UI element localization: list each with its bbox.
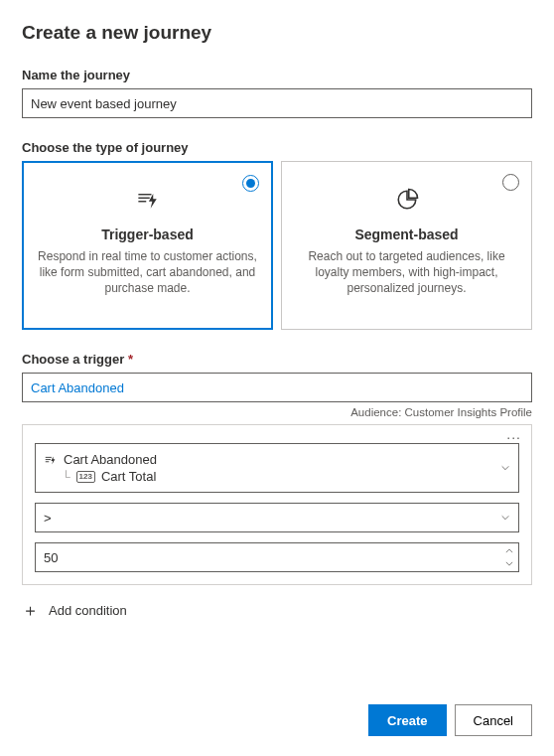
number-spinner: [501, 544, 517, 570]
value-input[interactable]: 50: [35, 542, 519, 572]
operator-value: >: [44, 511, 52, 526]
footer: Create Cancel: [368, 704, 532, 736]
operator-select[interactable]: >: [35, 503, 519, 532]
add-condition-label: Add condition: [49, 603, 127, 618]
type-card-trigger[interactable]: Trigger-based Respond in real time to cu…: [22, 161, 273, 330]
number-type-icon: 123: [76, 471, 95, 483]
radio-segment[interactable]: [502, 174, 519, 191]
required-mark: *: [128, 352, 133, 367]
spinner-up-icon[interactable]: [501, 544, 517, 557]
type-section: Choose the type of journey Trigger-based…: [22, 140, 532, 330]
page-title: Create a new journey: [22, 22, 532, 44]
name-label: Name the journey: [22, 68, 532, 82]
attribute-select[interactable]: Cart Abandoned └ 123 Cart Total: [35, 443, 519, 493]
segment-icon: [393, 186, 421, 214]
name-section: Name the journey: [22, 68, 532, 118]
spinner-down-icon[interactable]: [501, 557, 517, 570]
card-title-trigger: Trigger-based: [37, 227, 258, 242]
elbow-icon: └: [62, 470, 70, 484]
chevron-down-icon: [500, 463, 510, 473]
attribute-root: Cart Abandoned: [64, 452, 157, 467]
chevron-down-icon: [500, 513, 510, 523]
journey-name-input[interactable]: [22, 88, 532, 118]
trigger-icon: [134, 186, 162, 214]
add-condition-button[interactable]: ＋ Add condition: [22, 599, 532, 622]
card-desc-segment: Reach out to targeted audiences, like lo…: [296, 248, 517, 297]
plus-icon: ＋: [22, 599, 39, 622]
type-label: Choose the type of journey: [22, 140, 532, 155]
attribute-child: Cart Total: [101, 469, 156, 484]
trigger-mini-icon: [44, 453, 58, 467]
trigger-section: Choose a trigger * Audience: Customer In…: [22, 352, 532, 418]
value-text: 50: [44, 550, 58, 565]
card-desc-trigger: Respond in real time to customer actions…: [37, 248, 258, 297]
cancel-button[interactable]: Cancel: [455, 704, 532, 736]
radio-trigger[interactable]: [242, 175, 259, 192]
trigger-input[interactable]: [22, 373, 532, 402]
create-button[interactable]: Create: [368, 704, 446, 736]
condition-panel: ··· Cart Abandoned └ 123 Cart Total > 50: [22, 424, 532, 585]
card-title-segment: Segment-based: [296, 227, 517, 242]
trigger-label: Choose a trigger *: [22, 352, 532, 367]
type-card-segment[interactable]: Segment-based Reach out to targeted audi…: [281, 161, 532, 330]
audience-text: Audience: Customer Insights Profile: [22, 406, 532, 418]
